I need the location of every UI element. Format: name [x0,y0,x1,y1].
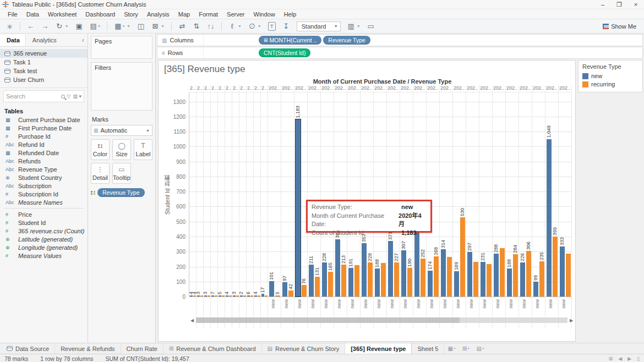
marks-button-size[interactable]: ◯Size [112,139,131,160]
bar-recurring[interactable] [315,277,320,297]
bar-recurring[interactable] [265,295,268,297]
bar-recurring[interactable] [236,295,239,297]
bar-recurring[interactable] [447,257,452,297]
field-item[interactable]: #Price [0,210,88,218]
show-filmstrip-icon[interactable]: ⊞ [609,356,613,361]
bar-recurring[interactable] [526,251,531,297]
bar-recurring[interactable] [200,295,203,297]
y-axis[interactable]: Student Id 計數 01002003004005006007008009… [159,77,189,328]
color-legend-card[interactable]: Revenue Type newrecurring [578,60,643,92]
fit-mode-select[interactable]: Standard ▼ [297,21,341,31]
bar-recurring[interactable] [539,261,544,297]
menu-worksheet[interactable]: Worksheet [43,10,81,19]
bar-recurring[interactable] [513,254,518,297]
bar-recurring[interactable] [421,259,425,297]
columns-shelf[interactable]: ▥ Columns ⊞MONTH(Current ..Revenue Type [157,34,643,46]
bar-new[interactable] [233,295,236,297]
menu-window[interactable]: Window [249,10,280,19]
datasource-item[interactable]: User Churn [0,75,88,84]
bar-recurring[interactable] [229,295,232,297]
menu-dashboard[interactable]: Dashboard [81,10,119,19]
bar-recurring[interactable] [566,254,571,297]
filter-fields-icon[interactable]: ▽ [67,94,71,99]
field-item[interactable]: #Measure Values [0,251,88,260]
show-me-button[interactable]: Show Me [598,22,641,31]
bar-recurring[interactable] [487,264,492,297]
marks-button-tooltip[interactable]: ▭Tooltip [112,163,131,184]
bar-new[interactable] [204,295,207,297]
menu-help[interactable]: Help [280,10,301,19]
field-item[interactable]: AbcSubscription [0,182,88,190]
close-button[interactable]: × [627,1,644,8]
bar-new[interactable] [269,281,274,297]
legend-item-new[interactable]: new [582,73,638,79]
bar-new[interactable] [494,254,499,297]
legend-item-recurring[interactable]: recurring [582,81,638,87]
bar-new[interactable] [197,295,200,297]
scroll-left-icon[interactable]: ◀ [189,318,195,323]
bar-recurring[interactable] [215,295,217,297]
bar-recurring[interactable] [381,263,386,297]
sheet-tab-revenue-refunds[interactable]: Revenue & Refunds [55,343,121,354]
bar-new[interactable] [190,295,193,297]
bar-recurring[interactable] [434,256,439,297]
sort-descending-button[interactable]: ↑↓ [204,21,217,31]
view-options-icon[interactable]: ▥ ▾ [73,94,81,99]
bar-recurring[interactable] [208,295,210,297]
field-item[interactable]: AbcRefunds [0,157,88,165]
bar-new[interactable] [560,246,565,297]
new-worksheet-tab-button[interactable]: ▦+ [444,343,459,354]
bar-new[interactable] [219,295,221,297]
collapse-pane-icon[interactable]: ‹ [79,36,88,44]
bar-new[interactable] [454,271,459,297]
bar-recurring[interactable] [553,237,558,297]
search-input[interactable]: Search ▽ ▥ ▾ [3,90,84,102]
bar-new[interactable] [428,271,433,297]
bar-recurring[interactable] [222,295,225,297]
format-drop-lines-button[interactable]: ∅▼ [245,21,264,31]
bar-new[interactable] [441,249,446,297]
sheet-tab-revenue-churn-dashboard[interactable]: ⊞Revenue & Churn Dashboard [163,343,262,354]
bar-new[interactable] [348,268,353,297]
horizontal-scrollbar[interactable]: ◀ ▶ [189,317,574,323]
field-item[interactable]: #Student Id [0,218,88,227]
tab-analytics[interactable]: Analytics [26,35,62,46]
last-sheet-icon[interactable]: ▯ [637,356,640,361]
swap-axes-button[interactable]: ⇄ [176,21,189,31]
field-item[interactable]: ▦Refunded Date [0,149,88,157]
field-item[interactable]: AbcRefund Id [0,140,88,149]
bar-new[interactable] [282,282,287,297]
clear-sheet-button[interactable]: ⊠▼ [149,21,167,31]
menu-story[interactable]: Story [119,10,143,19]
new-datasource-button[interactable]: ▤+ [87,21,103,31]
bar-recurring[interactable] [500,248,505,297]
bar-new[interactable] [481,262,485,297]
bar-new[interactable] [507,268,512,297]
bar-new[interactable] [467,252,472,297]
marks-button-label[interactable]: TLabel [134,139,152,160]
pill-cnt-student-id[interactable]: CNT(Student Id) [259,48,310,57]
bar-new[interactable] [375,268,380,297]
bar-recurring[interactable] [275,295,280,297]
field-item[interactable]: AbcMeasure Names [0,198,88,206]
sheet-tab-sheet-5[interactable]: Sheet 5 [412,343,444,354]
menu-server[interactable]: Server [222,10,249,19]
bar-recurring[interactable] [460,217,465,297]
new-story-tab-button[interactable]: ▤+ [473,343,488,354]
bar-recurring[interactable] [328,272,333,297]
tab-data[interactable]: Data [0,35,26,46]
bar-new[interactable] [401,250,406,297]
rows-shelf[interactable]: ≡ Rows CNT(Student Id) [157,47,643,59]
show-hide-cards-button[interactable]: ▥▼ [345,21,363,31]
bar-recurring[interactable] [258,295,260,297]
bar-new[interactable] [533,282,538,297]
minimize-button[interactable]: – [594,1,611,8]
menu-format[interactable]: Format [194,10,222,19]
bar-new[interactable] [547,139,552,297]
sheet-tab-revenue-churn-story[interactable]: ▤Revenue & Churn Story [262,343,346,354]
bar-new[interactable] [309,265,314,297]
bar-new[interactable] [362,243,367,297]
bar-recurring[interactable] [473,262,478,297]
pill-revenue-type[interactable]: Revenue Type [323,36,370,45]
sheet-tab-churn-rate[interactable]: Churn Rate [121,343,163,354]
